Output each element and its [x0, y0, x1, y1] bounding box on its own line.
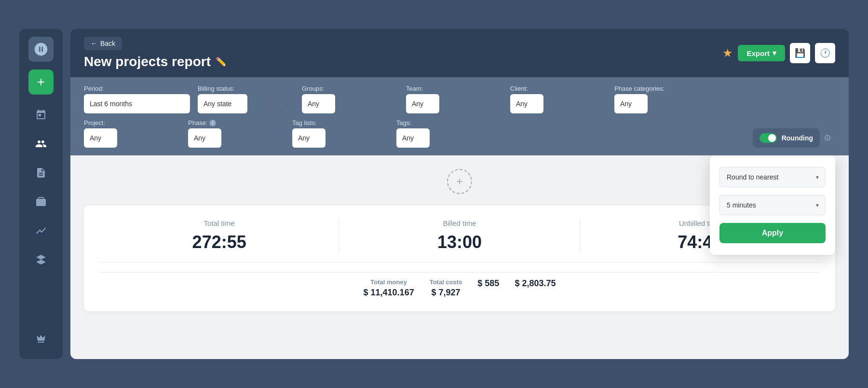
page-title-text: New projects report	[84, 54, 211, 69]
header: ← Back New projects report ✏️ ★ Export ▾…	[70, 29, 849, 77]
phase-cat-select[interactable]: Any	[614, 94, 648, 113]
rounding-interval-select[interactable]: 1 minute 5 minutes 10 minutes 15 minutes…	[719, 195, 826, 215]
rounding-method-wrapper: Round to nearest Round up Round down	[719, 167, 826, 187]
groups-label: Groups:	[302, 85, 398, 92]
filters-row-2: Project: Any Phase: i Any	[84, 119, 835, 148]
stat-billed-time: Billed time 13:00	[339, 219, 580, 252]
sub-total-costs: Total costs $ 7,927	[430, 278, 462, 298]
export-button[interactable]: Export ▾	[738, 45, 785, 61]
rounding-label: Rounding	[782, 134, 813, 142]
sidebar-item-calendar[interactable]	[28, 102, 54, 127]
export-label: Export	[746, 49, 770, 57]
save-icon: 💾	[795, 48, 805, 58]
filter-groups: Groups: Any	[302, 85, 398, 113]
rounding-popup: Round to nearest Round up Round down 1 m…	[710, 155, 835, 255]
sub-unbilled-money: $ 2,803.75	[515, 278, 556, 298]
team-label: Team:	[406, 85, 502, 92]
main-content: ← Back New projects report ✏️ ★ Export ▾…	[70, 29, 849, 359]
clock-button[interactable]: 🕐	[815, 43, 835, 63]
clock-icon: 🕐	[820, 48, 830, 58]
filter-period: Period:	[84, 85, 190, 113]
tags-label: Tags:	[396, 119, 493, 126]
tags-select[interactable]: Any	[396, 128, 430, 148]
back-arrow-icon: ←	[91, 40, 97, 47]
phase-label: Phase: i	[188, 119, 285, 126]
period-label: Period:	[84, 85, 190, 92]
sub-total-money: Total money $ 11,410.167	[364, 278, 414, 298]
stat-total-time: Total time 272:55	[99, 219, 339, 252]
taglists-select[interactable]: Any	[292, 128, 326, 148]
sub-billed-money: $ 585	[477, 278, 499, 298]
taglists-label: Tag lists:	[292, 119, 389, 126]
sidebar-item-crown[interactable]	[28, 326, 54, 351]
phase-info-icon: i	[209, 120, 216, 126]
billing-select[interactable]: Any state	[198, 94, 247, 113]
filter-billing: Billing status: Any state	[198, 85, 294, 113]
apply-button[interactable]: Apply	[719, 223, 826, 243]
stats-money-row: Total money $ 11,410.167 Total costs $ 7…	[99, 272, 820, 298]
rounding-interval-wrapper: 1 minute 5 minutes 10 minutes 15 minutes…	[719, 195, 826, 215]
project-label: Project:	[84, 119, 180, 126]
phase-cat-label: Phase categories:	[614, 85, 711, 92]
total-costs-label: Total costs	[430, 278, 462, 286]
billing-label: Billing status:	[198, 85, 294, 92]
rounding-toggle-button[interactable]: Rounding	[753, 128, 820, 148]
filter-client: Client: Any	[510, 85, 607, 113]
add-group-button[interactable]: +	[447, 169, 472, 194]
rounding-group: Rounding ⚙	[753, 128, 835, 148]
period-input[interactable]	[84, 94, 190, 113]
add-button[interactable]: +	[28, 69, 54, 95]
edit-icon[interactable]: ✏️	[216, 56, 226, 67]
filter-phase-categories: Phase categories: Any	[614, 85, 711, 113]
filter-tags: Tags: Any	[396, 119, 493, 148]
team-select[interactable]: Any	[406, 94, 439, 113]
groups-select[interactable]: Any	[302, 94, 335, 113]
filters-bar: Period: Billing status: Any state Groups…	[70, 77, 849, 155]
filter-taglists: Tag lists: Any	[292, 119, 389, 148]
favorite-button[interactable]: ★	[722, 46, 733, 60]
body-area: + Total time 272:55 Billed time 13:00 Un…	[70, 155, 849, 359]
phase-select[interactable]: Any	[188, 128, 221, 148]
page-title-container: New projects report ✏️	[84, 54, 226, 69]
project-select[interactable]: Any	[84, 128, 117, 148]
sidebar: +	[19, 29, 63, 359]
back-label: Back	[100, 40, 115, 47]
sidebar-item-reports[interactable]	[28, 160, 54, 185]
total-money-label: Total money	[364, 278, 414, 286]
filter-phase: Phase: i Any	[188, 119, 285, 148]
sidebar-item-briefcase[interactable]	[28, 189, 54, 214]
billed-time-label: Billed time	[351, 219, 568, 227]
filter-team: Team: Any	[406, 85, 502, 113]
filters-row-1: Period: Billing status: Any state Groups…	[84, 85, 835, 113]
rounding-settings-button[interactable]: ⚙	[820, 129, 835, 147]
total-time-label: Total time	[111, 219, 327, 227]
rounding-method-select[interactable]: Round to nearest Round up Round down	[719, 167, 826, 187]
billed-money-value: $ 585	[477, 278, 499, 289]
header-right: ★ Export ▾ 💾 🕐	[722, 43, 835, 63]
filter-project: Project: Any	[84, 119, 180, 148]
header-left: ← Back New projects report ✏️	[84, 37, 226, 69]
client-label: Client:	[510, 85, 607, 92]
sidebar-item-layers[interactable]	[28, 247, 54, 272]
unbilled-money-value: $ 2,803.75	[515, 278, 556, 289]
app-logo	[28, 37, 54, 62]
billed-time-value: 13:00	[351, 232, 568, 252]
client-select[interactable]: Any	[510, 94, 543, 113]
sidebar-item-team[interactable]	[28, 131, 54, 156]
total-costs-value: $ 7,927	[430, 288, 462, 298]
export-chevron-icon: ▾	[773, 49, 776, 57]
total-time-value: 272:55	[111, 232, 327, 252]
save-button[interactable]: 💾	[790, 43, 810, 63]
sidebar-item-chart[interactable]	[28, 218, 54, 243]
back-button[interactable]: ← Back	[84, 37, 122, 50]
rounding-toggle[interactable]	[760, 133, 777, 143]
total-money-value: $ 11,410.167	[364, 288, 414, 298]
